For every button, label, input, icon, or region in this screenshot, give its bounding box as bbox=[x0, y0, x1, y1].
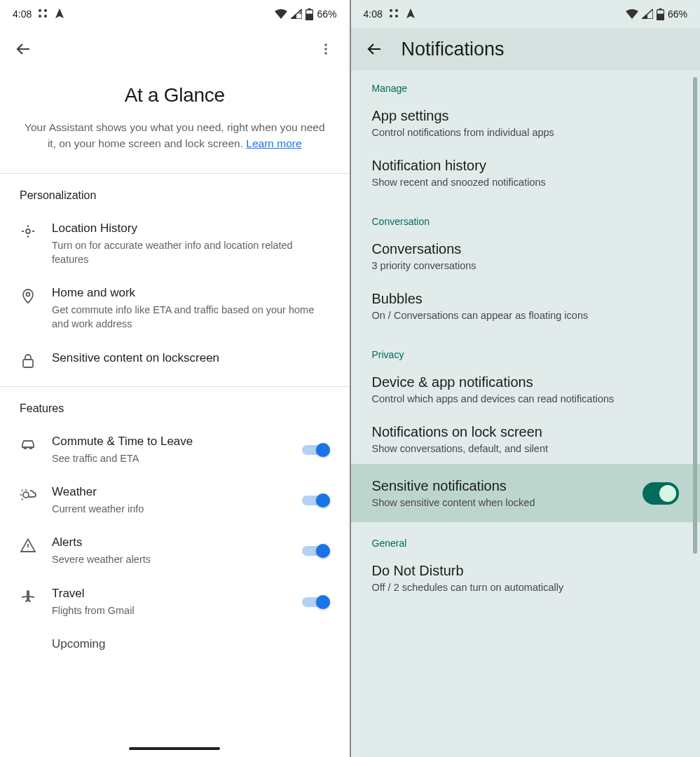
row-sensitive-lockscreen[interactable]: Sensitive content on lockscreen bbox=[0, 341, 350, 386]
car-icon bbox=[20, 436, 36, 453]
app-bar bbox=[0, 28, 350, 70]
category-privacy: Privacy bbox=[351, 331, 701, 364]
row-sub: Severe weather alerts bbox=[52, 552, 287, 566]
warning-icon bbox=[20, 537, 36, 554]
row-title: Do Not Disturb bbox=[372, 563, 680, 579]
screen-at-a-glance: 4:08 66% At a Glance Your Assistant show… bbox=[0, 0, 351, 757]
svg-point-0 bbox=[39, 9, 41, 12]
row-dnd[interactable]: Do Not Disturb Off / 2 schedules can tur… bbox=[351, 553, 701, 603]
alerts-toggle[interactable] bbox=[302, 543, 330, 559]
row-travel[interactable]: Travel Flights from Gmail bbox=[0, 577, 350, 627]
row-bubbles[interactable]: Bubbles On / Conversations can appear as… bbox=[351, 281, 701, 331]
travel-toggle[interactable] bbox=[302, 594, 330, 611]
row-title: App settings bbox=[372, 108, 680, 124]
svg-point-1 bbox=[44, 9, 47, 12]
row-conversations[interactable]: Conversations 3 priority conversations bbox=[351, 231, 701, 281]
status-time: 4:08 bbox=[364, 8, 383, 20]
svg-point-11 bbox=[324, 48, 327, 50]
signal-icon bbox=[642, 9, 653, 19]
battery-icon bbox=[657, 8, 664, 20]
row-commute[interactable]: Commute & Time to Leave See traffic and … bbox=[0, 425, 350, 475]
row-title: Upcoming bbox=[52, 637, 330, 651]
personalization-section: Personalization Location History Turn on… bbox=[0, 173, 350, 387]
lock-icon bbox=[20, 353, 36, 369]
row-title: Bubbles bbox=[372, 291, 680, 307]
sensitive-toggle[interactable] bbox=[643, 482, 679, 505]
category-conversation: Conversation bbox=[351, 198, 701, 231]
row-title: Notification history bbox=[372, 158, 680, 174]
row-alerts[interactable]: Alerts Severe weather alerts bbox=[0, 526, 350, 576]
navigation-icon bbox=[54, 8, 65, 21]
page-title: At a Glance bbox=[20, 84, 330, 107]
row-title: Conversations bbox=[372, 241, 680, 257]
app-bar: Notifications bbox=[351, 28, 701, 70]
weather-toggle[interactable] bbox=[302, 492, 330, 509]
features-section: Features Commute & Time to Leave See tra… bbox=[0, 386, 350, 665]
svg-point-13 bbox=[26, 229, 30, 233]
wifi-icon bbox=[275, 9, 287, 19]
section-title-features: Features bbox=[0, 402, 350, 425]
svg-rect-6 bbox=[301, 13, 301, 13]
scrollbar[interactable] bbox=[693, 77, 697, 554]
slack-icon bbox=[37, 8, 48, 21]
category-general: General bbox=[351, 522, 701, 553]
screen-notifications: 4:08 66% Notifications Manage App settin… bbox=[351, 0, 701, 757]
row-upcoming[interactable]: Upcoming bbox=[0, 627, 350, 665]
svg-point-2 bbox=[39, 15, 41, 18]
svg-point-18 bbox=[395, 9, 398, 12]
row-title: Location History bbox=[52, 221, 330, 236]
learn-more-link[interactable]: Learn more bbox=[246, 137, 301, 149]
svg-rect-5 bbox=[301, 11, 301, 13]
row-notification-history[interactable]: Notification history Show recent and sno… bbox=[351, 148, 701, 198]
nav-indicator bbox=[129, 747, 220, 750]
battery-icon bbox=[306, 8, 313, 20]
weather-icon bbox=[20, 486, 36, 503]
row-app-settings[interactable]: App settings Control notifications from … bbox=[351, 98, 701, 148]
more-button[interactable] bbox=[312, 35, 340, 63]
svg-point-14 bbox=[27, 293, 30, 296]
slack-icon bbox=[388, 8, 399, 21]
row-sub: Show recent and snoozed notifications bbox=[372, 177, 680, 188]
page-title: Notifications bbox=[402, 39, 505, 60]
row-weather[interactable]: Weather Current weather info bbox=[0, 475, 350, 526]
back-button[interactable] bbox=[361, 35, 389, 63]
row-sub: Get commute info like ETA and traffic ba… bbox=[52, 303, 330, 332]
row-sensitive-notif[interactable]: Sensitive notifications Show sensitive c… bbox=[351, 464, 701, 522]
row-title: Weather bbox=[52, 485, 287, 499]
row-title: Sensitive notifications bbox=[372, 478, 643, 494]
row-sub: See traffic and ETA bbox=[52, 451, 287, 465]
row-sub: On / Conversations can appear as floatin… bbox=[372, 310, 680, 321]
navigation-icon bbox=[405, 8, 416, 21]
location-history-icon bbox=[20, 223, 36, 240]
section-title-personalization: Personalization bbox=[0, 189, 350, 212]
plane-icon bbox=[20, 588, 36, 605]
svg-point-17 bbox=[390, 9, 392, 12]
row-location-history[interactable]: Location History Turn on for accurate we… bbox=[0, 212, 350, 277]
svg-point-16 bbox=[23, 492, 29, 498]
pin-icon bbox=[20, 287, 36, 304]
row-home-and-work[interactable]: Home and work Get commute info like ETA … bbox=[0, 276, 350, 341]
row-sub: Control notifications from individual ap… bbox=[372, 127, 680, 138]
row-lockscreen-notif[interactable]: Notifications on lock screen Show conver… bbox=[351, 414, 701, 464]
status-battery-pct: 66% bbox=[317, 8, 336, 20]
row-sub: Current weather info bbox=[52, 502, 287, 516]
status-time: 4:08 bbox=[13, 8, 32, 20]
wifi-icon bbox=[626, 9, 638, 19]
commute-toggle[interactable] bbox=[302, 442, 330, 458]
row-title: Alerts bbox=[52, 536, 287, 550]
svg-rect-15 bbox=[23, 360, 33, 367]
svg-rect-23 bbox=[657, 13, 664, 20]
row-title: Notifications on lock screen bbox=[372, 424, 680, 440]
back-button[interactable] bbox=[10, 35, 38, 63]
row-title: Home and work bbox=[52, 286, 330, 300]
row-sub: Show conversations, default, and silent bbox=[372, 443, 680, 454]
svg-point-12 bbox=[324, 52, 327, 55]
title-block: At a Glance Your Assistant shows you wha… bbox=[0, 70, 350, 173]
row-device-app-notif[interactable]: Device & app notifications Control which… bbox=[351, 364, 701, 414]
row-title: Commute & Time to Leave bbox=[52, 435, 287, 449]
svg-rect-9 bbox=[306, 13, 313, 20]
page-subtitle: Your Assistant shows you what you need, … bbox=[20, 119, 330, 152]
status-bar: 4:08 66% bbox=[351, 0, 701, 28]
row-sub: Control which apps and devices can read … bbox=[372, 393, 680, 404]
status-bar: 4:08 66% bbox=[0, 0, 350, 28]
